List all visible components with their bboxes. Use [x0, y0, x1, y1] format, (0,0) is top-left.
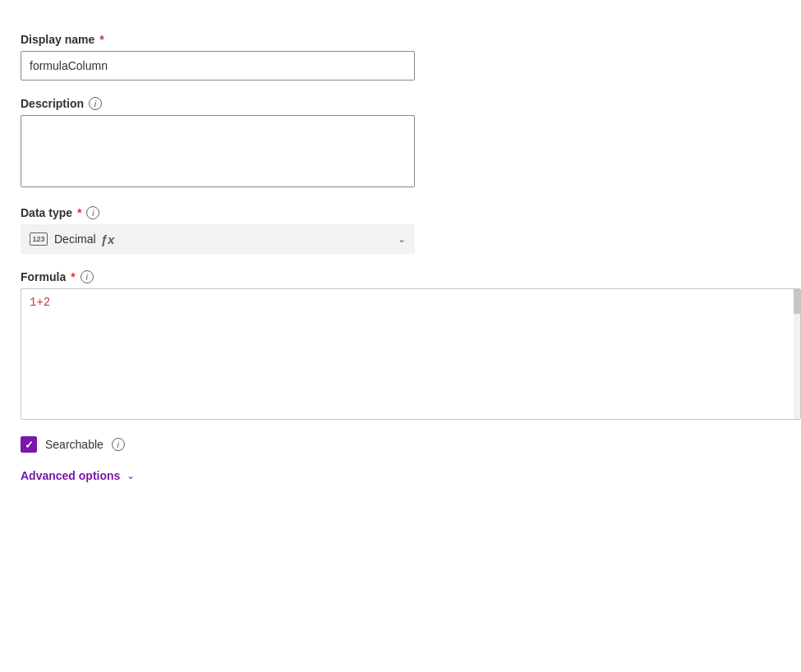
display-name-label: Display name *: [21, 33, 440, 46]
data-type-group: Data type * i 123 Decimal ƒx ⌄: [21, 206, 440, 254]
data-type-text: Decimal: [54, 232, 96, 246]
formula-info-icon[interactable]: i: [81, 270, 94, 283]
data-type-value: Decimal ƒx: [54, 232, 391, 246]
data-type-required: *: [77, 206, 81, 219]
data-type-info-icon[interactable]: i: [86, 206, 99, 219]
advanced-options-row[interactable]: Advanced options ⌄: [21, 469, 440, 482]
searchable-checkbox[interactable]: ✓: [21, 436, 37, 453]
fx-icon: ƒx: [101, 232, 115, 246]
description-label-text: Description: [21, 97, 84, 110]
data-type-dropdown[interactable]: 123 Decimal ƒx ⌄: [21, 224, 415, 254]
formula-value: 1+2: [30, 296, 792, 309]
formula-scrollbar-thumb: [794, 289, 800, 314]
data-type-icon-box: 123: [30, 232, 48, 246]
advanced-options-chevron-icon: ⌄: [127, 470, 135, 481]
description-info-icon[interactable]: i: [89, 97, 102, 110]
checkmark-icon: ✓: [25, 440, 34, 450]
formula-editor[interactable]: 1+2: [21, 288, 801, 420]
formula-label-text: Formula: [21, 270, 66, 283]
form-container: Display name * Description i Data type *…: [16, 25, 444, 490]
data-type-chevron-icon: ⌄: [398, 233, 406, 245]
formula-scrollbar[interactable]: [794, 289, 800, 419]
formula-label-row: Formula * i: [21, 270, 440, 283]
searchable-label: Searchable: [45, 438, 104, 451]
display-name-group: Display name *: [21, 33, 440, 81]
display-name-required: *: [99, 33, 104, 46]
description-group: Description i: [21, 97, 440, 190]
description-label-row: Description i: [21, 97, 440, 110]
description-input[interactable]: [21, 115, 415, 187]
searchable-row: ✓ Searchable i: [21, 436, 440, 453]
display-name-input[interactable]: [21, 51, 415, 81]
advanced-options-label: Advanced options: [21, 469, 120, 482]
formula-group: Formula * i 1+2: [21, 270, 440, 420]
data-type-label-row: Data type * i: [21, 206, 440, 219]
data-type-label-text: Data type: [21, 206, 72, 219]
formula-required: *: [71, 270, 75, 283]
display-name-label-text: Display name: [21, 33, 94, 46]
searchable-info-icon[interactable]: i: [112, 438, 125, 451]
